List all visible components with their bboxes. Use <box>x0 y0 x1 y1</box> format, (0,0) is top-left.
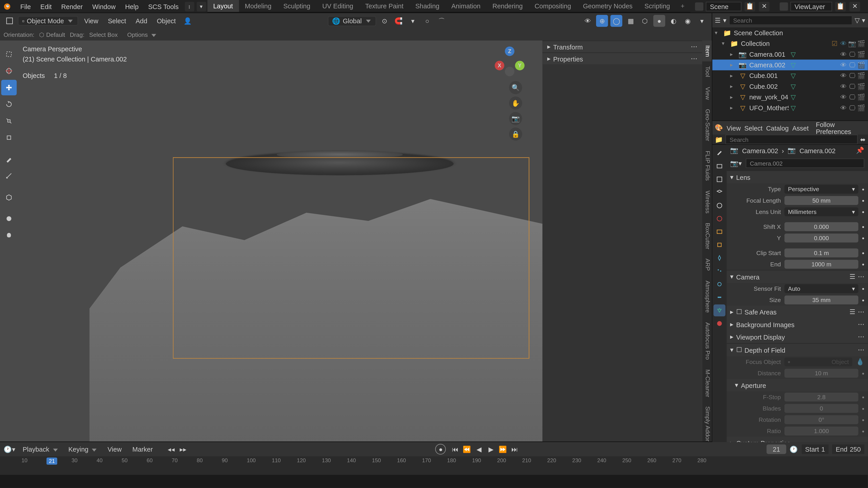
pan-icon[interactable]: ✋ <box>509 96 522 109</box>
orientation-dropdown[interactable]: ⬡ Default <box>39 31 65 38</box>
expand-icon[interactable]: ▸ <box>730 51 736 57</box>
lock-icon[interactable]: 🔒 <box>509 127 522 140</box>
asset-menu-asset[interactable]: Asset <box>792 124 809 131</box>
hide-icon[interactable]: 👁 <box>839 82 848 91</box>
camera-datablock-input[interactable] <box>746 158 864 168</box>
expand-icon[interactable]: ▸ <box>730 84 736 89</box>
n-tab-flipfluids[interactable]: FLIP Fluids <box>702 146 712 186</box>
zoom-icon[interactable]: 🔍 <box>509 81 522 94</box>
ptab-modifiers[interactable] <box>713 252 725 264</box>
lens-type-dropdown[interactable]: Perspective▾ <box>784 185 858 194</box>
clip-start-input[interactable]: 0.1 m <box>784 249 858 258</box>
pin-icon[interactable]: 📌 <box>856 147 864 154</box>
panel-options-icon[interactable]: ⋯ <box>691 55 698 63</box>
animate-prop-icon[interactable]: • <box>862 394 864 401</box>
expand-icon[interactable]: ▸ <box>730 94 736 100</box>
tab-geometry-nodes[interactable]: Geometry Nodes <box>577 0 639 12</box>
axis-x[interactable]: X <box>495 61 504 70</box>
3d-viewport[interactable]: Camera Perspective (21) Scene Collection… <box>0 40 712 442</box>
animate-prop-icon[interactable]: • <box>862 405 864 412</box>
tool-annotate[interactable] <box>1 151 17 167</box>
viewport-menu-add[interactable]: Add <box>132 16 151 26</box>
menu-help[interactable]: Help <box>120 2 143 11</box>
tab-shading[interactable]: Shading <box>409 0 445 12</box>
menu-window[interactable]: Window <box>88 2 120 11</box>
section-bgimages-header[interactable]: ▸ Background Images ⋯ <box>727 318 868 330</box>
section-aperture-header[interactable]: ▾ Aperture <box>727 379 868 391</box>
render-icon[interactable]: 🎬 <box>857 39 866 48</box>
render-icon[interactable]: 🎬 <box>857 71 866 80</box>
animate-prop-icon[interactable]: • <box>862 223 864 230</box>
render-icon[interactable]: 🎬 <box>857 104 866 112</box>
animate-prop-icon[interactable]: • <box>862 186 864 193</box>
drag-dropdown[interactable]: Select Box <box>89 31 118 38</box>
tree-ufo[interactable]: ▸ ▽ UFO_MotherShip ▽ 👁 🖵 🎬 <box>712 103 868 113</box>
start-frame-input[interactable]: Start 1 <box>802 445 829 454</box>
viewport-menu-select[interactable]: Select <box>104 16 129 26</box>
jump-end-icon[interactable]: ⏭ <box>509 444 520 455</box>
hide-icon[interactable]: 👁 <box>839 39 848 48</box>
tab-uv-editing[interactable]: UV Editing <box>316 0 359 12</box>
tab-sculpting[interactable]: Sculpting <box>277 0 316 12</box>
shading-options-icon[interactable]: ▾ <box>696 15 708 27</box>
ptab-collection[interactable] <box>713 226 725 238</box>
blades-input[interactable]: 0 <box>784 404 858 413</box>
viewlayer-name-input[interactable] <box>790 2 832 11</box>
n-tab-item[interactable]: Item <box>702 40 712 61</box>
animate-prop-icon[interactable]: • <box>862 261 864 268</box>
tree-camera001[interactable]: ▸ 📷 Camera.001 ▽ 👁 🖵 🎬 <box>712 49 868 59</box>
tool-pickmaterial[interactable] <box>1 211 17 226</box>
animate-prop-icon[interactable]: • <box>862 296 864 304</box>
animate-prop-icon[interactable]: • <box>862 234 864 242</box>
next-keyframe-icon[interactable]: ⏩ <box>497 444 508 455</box>
panel-options-icon[interactable]: ⋯ <box>858 308 864 316</box>
section-viewportdisplay-header[interactable]: ▸ Viewport Display ⋯ <box>727 331 868 343</box>
new-scene-button[interactable]: 📋 <box>745 2 755 11</box>
play-reverse-icon[interactable]: ◀ <box>473 444 484 455</box>
ptab-viewlayer[interactable] <box>713 186 725 198</box>
ptab-objectdata[interactable] <box>713 304 725 317</box>
expand-icon[interactable]: ▸ <box>730 62 736 68</box>
ptab-constraints[interactable] <box>713 291 725 303</box>
animate-prop-icon[interactable]: • <box>862 427 864 435</box>
tree-camera002[interactable]: ▸ 📷 Camera.002 ▽ 👁 🖵 🎬 <box>712 60 868 70</box>
editor-type-icon[interactable] <box>4 15 16 27</box>
playhead[interactable]: 21 <box>46 457 57 465</box>
sensor-size-input[interactable]: 35 mm <box>784 295 858 304</box>
sensor-fit-dropdown[interactable]: Auto▾ <box>784 284 858 293</box>
end-frame-input[interactable]: End 250 <box>832 445 864 454</box>
animate-prop-icon[interactable]: • <box>862 285 864 292</box>
eyedropper-icon[interactable]: 💧 <box>856 358 864 366</box>
scene-name-input[interactable] <box>706 2 741 11</box>
expand-icon[interactable]: ▸ <box>730 73 736 78</box>
viewport-menu-view[interactable]: View <box>81 16 102 26</box>
asset-library-icon[interactable]: 📁 <box>715 135 723 143</box>
panel-options-icon[interactable]: ⋯ <box>691 43 698 51</box>
viewport-icon[interactable]: 🖵 <box>848 93 857 101</box>
autokey-icon[interactable]: ● <box>435 444 446 455</box>
render-icon[interactable]: 🎬 <box>857 93 866 101</box>
navigation-gizmo[interactable]: Z Y X <box>495 46 525 76</box>
camera-view-icon[interactable]: 📷 <box>509 112 522 125</box>
viewport-icon[interactable]: 🖵 <box>848 71 857 80</box>
menu-render[interactable]: Render <box>57 2 88 11</box>
n-tab-view[interactable]: View <box>702 82 712 104</box>
n-tab-atmosphere[interactable]: Atmosphere <box>702 276 712 318</box>
hide-icon[interactable]: 👁 <box>839 61 848 69</box>
animate-prop-icon[interactable]: • <box>862 208 864 216</box>
timeline-editor-icon[interactable]: 🕐▾ <box>4 445 16 453</box>
section-lens-header[interactable]: ▾ Lens <box>727 171 868 184</box>
ptab-scene[interactable] <box>713 199 725 212</box>
tool-scale[interactable] <box>1 113 17 129</box>
overlays-icon[interactable]: ◯ <box>610 15 622 27</box>
shift-x-input[interactable]: 0.000 <box>784 222 858 231</box>
gizmo-icon[interactable]: ⊕ <box>596 15 608 27</box>
tree-collection[interactable]: ▾ 📁 Collection ☑ 👁 📷 🎬 <box>712 38 868 49</box>
shading-wireframe-icon[interactable]: ⬡ <box>639 15 651 27</box>
tab-rendering[interactable]: Rendering <box>487 0 529 12</box>
shading-solid-icon[interactable]: ● <box>653 15 665 27</box>
asset-search-input[interactable] <box>725 135 858 144</box>
jump-keyframe-prev-icon[interactable]: ◂◂ <box>166 444 177 455</box>
render-icon[interactable]: 🎬 <box>857 61 866 69</box>
asset-menu-select[interactable]: Select <box>744 124 763 131</box>
